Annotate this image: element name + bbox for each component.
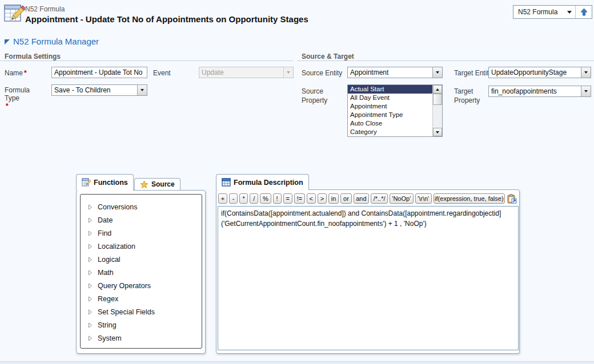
section-title: N52 Formula Manager [13,37,99,46]
required-marker: * [6,102,9,110]
expand-icon[interactable] [88,309,93,315]
list-option[interactable]: Actual Start [348,85,432,94]
operator-multiply-button[interactable]: * [239,193,248,204]
scroll-down-button[interactable] [433,128,442,136]
target-entity-arrow[interactable] [581,67,591,78]
source-entity-label: Source Entity [302,69,342,77]
name-input[interactable] [51,67,147,78]
tab-source-label: Source [151,180,175,188]
list-option[interactable]: Appointment Type [348,111,432,119]
formula-type-value: Save - To Children [52,86,137,94]
source-entity-select[interactable]: Appointment [347,67,443,78]
operator-modulo-button[interactable]: % [260,193,271,204]
formula-type-select[interactable]: Save - To Children [51,84,147,96]
operator-minus-button[interactable]: - [229,193,238,204]
record-type-label: N52 Formula [25,5,65,13]
required-marker: * [24,69,27,77]
tree-item-query-operators[interactable]: Query Operators [81,279,202,292]
record-selector-value: N52 Formula [518,8,557,16]
tree-item-set-special-fields[interactable]: Set Special Fields [81,305,202,318]
formula-type-label: Formula Type* [5,86,45,110]
source-entity-arrow[interactable] [432,67,442,78]
tree-item-math[interactable]: Math [81,266,202,279]
expand-icon[interactable] [88,270,93,276]
n52-formula-form: N52 Formula Appointment - Update Tot No … [0,0,594,364]
operator-equals-button[interactable]: = [283,193,292,204]
scroll-thumb[interactable] [433,94,442,105]
expand-icon[interactable] [88,257,93,262]
expand-icon[interactable] [88,217,93,223]
operator-less-than-button[interactable]: < [307,193,316,204]
tree-item-find[interactable]: Find [81,227,202,240]
expand-icon[interactable] [88,244,93,249]
tree-item-date[interactable]: Date [81,213,202,227]
comment-button[interactable]: /*..*/ [371,193,388,204]
expand-icon[interactable] [88,283,93,289]
list-option[interactable]: Appointment [348,102,432,111]
operator-greater-than-button[interactable]: > [318,193,327,204]
expand-icon[interactable] [88,335,93,341]
noop-button[interactable]: 'NoOp' [390,193,414,204]
tab-functions[interactable]: Functions [76,174,134,191]
paste-button[interactable] [507,193,517,204]
expand-icon[interactable] [88,230,93,236]
tree-item-regex[interactable]: Regex [81,292,202,305]
expand-icon[interactable] [88,322,93,328]
name-label: Name* [5,69,27,77]
formula-toolbar: + - * / % ! = != < > in or and /*..*/ 'N… [218,192,517,205]
operator-not-button[interactable]: ! [273,193,282,204]
chevron-down-icon [567,11,572,14]
formula-editor[interactable]: if(ContainsData([appointment.actualend])… [218,206,519,350]
tree-item-logical[interactable]: Logical [81,253,202,266]
expand-icon[interactable] [88,204,93,210]
tree-item-label: Logical [98,256,121,264]
source-property-options: Actual Start All Day Event Appointment A… [348,85,432,136]
operator-divide-button[interactable]: / [250,193,258,204]
event-select: Update [199,67,294,78]
operator-not-equals-button[interactable]: != [294,193,305,204]
scroll-up-button[interactable] [433,85,442,94]
navigate-up-button[interactable] [576,6,592,18]
group-rule-right [297,60,594,61]
record-selector-dropdown[interactable]: N52 Formula [513,8,575,16]
footer-divider [0,361,594,364]
tree-item-label: Regex [98,295,118,303]
expand-icon[interactable] [88,296,93,302]
tree-item-string[interactable]: String [81,318,202,331]
tree-item-system[interactable]: System [81,331,202,345]
functions-tree: Conversions Date Find Localization Logic… [80,194,202,349]
operator-in-button[interactable]: in [328,193,339,204]
tree-item-label: Date [98,216,113,224]
section-n52-formula-manager[interactable]: N52 Formula Manager [5,37,99,46]
event-label: Event [153,69,171,77]
source-icon [140,180,148,189]
formula-description-icon [222,178,231,187]
target-property-arrow[interactable] [581,86,591,96]
tree-item-label: String [98,321,117,329]
tab-source[interactable]: Source [134,178,180,190]
tree-item-label: Find [98,229,111,237]
paste-icon [507,193,517,204]
operator-and-button[interactable]: and [354,193,370,204]
tree-item-label: Localization [98,242,135,250]
if-expression-button[interactable]: if(expression, true, false) [434,193,505,204]
tree-item-conversions[interactable]: Conversions [81,200,202,213]
formula-type-arrow[interactable] [137,85,147,95]
tree-item-localization[interactable]: Localization [81,240,202,253]
tab-formula-description-label: Formula Description [234,179,303,187]
target-property-select[interactable]: fin_noofappointments [488,86,591,97]
tab-functions-label: Functions [94,179,128,187]
operator-or-button[interactable]: or [340,193,351,204]
newline-button[interactable]: '\r\n' [415,193,432,204]
scroll-track[interactable] [433,105,442,128]
source-property-listbox[interactable]: Actual Start All Day Event Appointment A… [347,84,443,137]
listbox-scrollbar[interactable] [432,85,442,136]
tab-formula-description[interactable]: Formula Description [216,174,309,190]
operator-plus-button[interactable]: + [218,193,227,204]
target-entity-select[interactable]: UpdateOpportunityStage [488,67,591,78]
list-option[interactable]: Auto Close [348,119,432,128]
source-property-label: Source Property [302,87,337,105]
target-entity-value: UpdateOpportunityStage [489,68,581,76]
list-option[interactable]: Category [348,128,432,136]
list-option[interactable]: All Day Event [348,94,432,102]
